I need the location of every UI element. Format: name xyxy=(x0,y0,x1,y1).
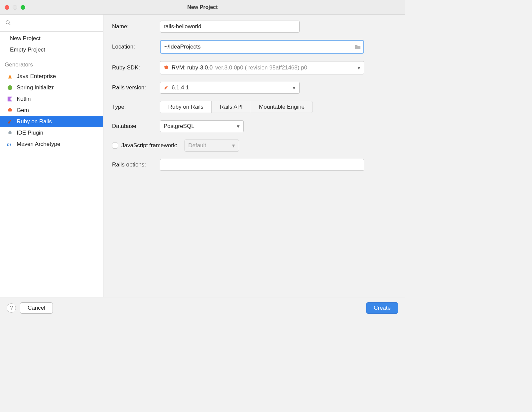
row-ruby-sdk: Ruby SDK: RVM: ruby-3.0.0 ver.3.0.0p0 ( … xyxy=(112,61,396,74)
cancel-button[interactable]: Cancel xyxy=(20,302,53,314)
sidebar-item-java-enterprise[interactable]: Java Enterprise xyxy=(0,71,103,82)
svg-rect-3 xyxy=(9,132,12,134)
browse-folder-button[interactable] xyxy=(352,42,363,52)
chevron-down-icon: ▾ xyxy=(231,142,236,149)
cancel-label: Cancel xyxy=(28,305,45,311)
generators-header: Generators xyxy=(0,55,103,71)
gem-icon xyxy=(7,107,13,114)
svg-rect-4 xyxy=(9,131,10,132)
database-label: Database: xyxy=(112,123,160,130)
sidebar: New Project Empty Project Generators Jav… xyxy=(0,15,103,297)
ruby-sdk-label: Ruby SDK: xyxy=(112,64,160,71)
row-rails-version: Rails version: 6.1.4.1 ▾ xyxy=(112,82,396,94)
rails-options-input[interactable] xyxy=(160,159,364,171)
svg-point-2 xyxy=(8,85,12,90)
svg-point-0 xyxy=(6,21,9,24)
footer: ? Cancel Create xyxy=(0,297,405,318)
rails-options-label: Rails options: xyxy=(112,161,160,168)
rails-version-label: Rails version: xyxy=(112,84,160,91)
sidebar-item-kotlin[interactable]: Kotlin xyxy=(0,93,103,105)
row-js-framework: JavaScript framework: Default ▾ xyxy=(112,140,396,152)
location-input-wrap: ~/IdeaProjects xyxy=(160,40,364,54)
sidebar-item-label: Maven Archetype xyxy=(17,141,60,148)
js-framework-value: Default xyxy=(188,142,206,149)
sidebar-item-label: Ruby on Rails xyxy=(17,118,52,125)
sidebar-item-label: Java Enterprise xyxy=(17,73,56,80)
sidebar-item-ruby-on-rails[interactable]: Ruby on Rails xyxy=(0,116,103,127)
chevron-down-icon: ▾ xyxy=(235,123,241,130)
row-location: Location: ~/IdeaProjects xyxy=(112,40,396,54)
sidebar-item-label: Empty Project xyxy=(10,47,45,53)
type-option-rails-api[interactable]: Rails API xyxy=(212,101,251,113)
ruby-sdk-select[interactable]: RVM: ruby-3.0.0 ver.3.0.0p0 ( revision 9… xyxy=(160,61,364,74)
sidebar-item-maven-archetype[interactable]: m Maven Archetype xyxy=(0,139,103,150)
spring-icon xyxy=(7,84,13,91)
chevron-down-icon: ▾ xyxy=(357,64,360,71)
kotlin-icon xyxy=(7,96,13,102)
sidebar-search xyxy=(0,15,103,32)
chevron-down-icon: ▾ xyxy=(291,84,297,91)
sidebar-item-label: Kotlin xyxy=(17,96,31,102)
maven-icon: m xyxy=(7,141,13,148)
sidebar-item-label: Gem xyxy=(17,107,29,114)
window-title: New Project xyxy=(0,4,405,10)
sidebar-item-gem[interactable]: Gem xyxy=(0,105,103,116)
location-input[interactable]: ~/IdeaProjects xyxy=(161,41,352,53)
row-rails-options: Rails options: xyxy=(112,159,396,171)
sidebar-item-empty-project[interactable]: Empty Project xyxy=(0,44,103,55)
sidebar-item-label: IDE Plugin xyxy=(17,130,43,136)
sdk-version: ver.3.0.0p0 ( revision 95aff21468) p0 xyxy=(215,64,307,71)
rails-version-select[interactable]: 6.1.4.1 ▾ xyxy=(160,82,300,94)
help-button[interactable]: ? xyxy=(7,303,16,313)
svg-text:m: m xyxy=(7,142,11,147)
type-option-ruby-on-rails[interactable]: Ruby on Rails xyxy=(160,101,212,113)
name-input[interactable]: rails-helloworld xyxy=(160,21,300,33)
search-icon xyxy=(5,20,11,25)
location-value: ~/IdeaProjects xyxy=(164,44,200,50)
help-icon: ? xyxy=(10,305,13,311)
type-segmented: Ruby on Rails Rails API Mountable Engine xyxy=(160,101,313,113)
type-label: Type: xyxy=(112,104,160,110)
js-framework-label: JavaScript framework: xyxy=(121,142,177,149)
location-label: Location: xyxy=(112,44,160,50)
create-button[interactable]: Create xyxy=(366,302,398,314)
name-value: rails-helloworld xyxy=(164,23,201,30)
create-label: Create xyxy=(374,305,391,311)
row-database: Database: PostgreSQL ▾ xyxy=(112,120,396,132)
sidebar-item-label: Spring Initializr xyxy=(17,84,54,91)
titlebar: New Project xyxy=(0,0,405,15)
sidebar-item-label: New Project xyxy=(10,35,41,42)
row-name: Name: rails-helloworld xyxy=(112,21,396,33)
sdk-name: RVM: ruby-3.0.0 xyxy=(172,64,212,71)
ruby-gem-icon xyxy=(164,65,169,70)
search-input[interactable] xyxy=(3,17,100,29)
sidebar-item-new-project[interactable]: New Project xyxy=(0,33,103,44)
rails-version-value: 6.1.4.1 xyxy=(172,84,189,91)
plugin-icon xyxy=(7,130,13,136)
type-option-mountable-engine[interactable]: Mountable Engine xyxy=(251,101,313,113)
java-ee-icon xyxy=(7,73,13,80)
row-type: Type: Ruby on Rails Rails API Mountable … xyxy=(112,101,396,113)
sidebar-tree: New Project Empty Project Generators Jav… xyxy=(0,32,103,150)
rails-icon xyxy=(7,118,13,125)
svg-line-1 xyxy=(9,24,10,25)
svg-rect-5 xyxy=(10,131,11,132)
js-framework-checkbox[interactable] xyxy=(112,143,118,149)
rails-icon xyxy=(164,85,169,90)
database-select[interactable]: PostgreSQL ▾ xyxy=(160,120,244,132)
detail-panel: Name: rails-helloworld Location: ~/IdeaP… xyxy=(103,15,405,297)
sidebar-item-spring-initializr[interactable]: Spring Initializr xyxy=(0,82,103,93)
name-label: Name: xyxy=(112,23,160,30)
sidebar-item-ide-plugin[interactable]: IDE Plugin xyxy=(0,127,103,139)
database-value: PostgreSQL xyxy=(164,123,195,130)
js-framework-select[interactable]: Default ▾ xyxy=(185,140,239,152)
